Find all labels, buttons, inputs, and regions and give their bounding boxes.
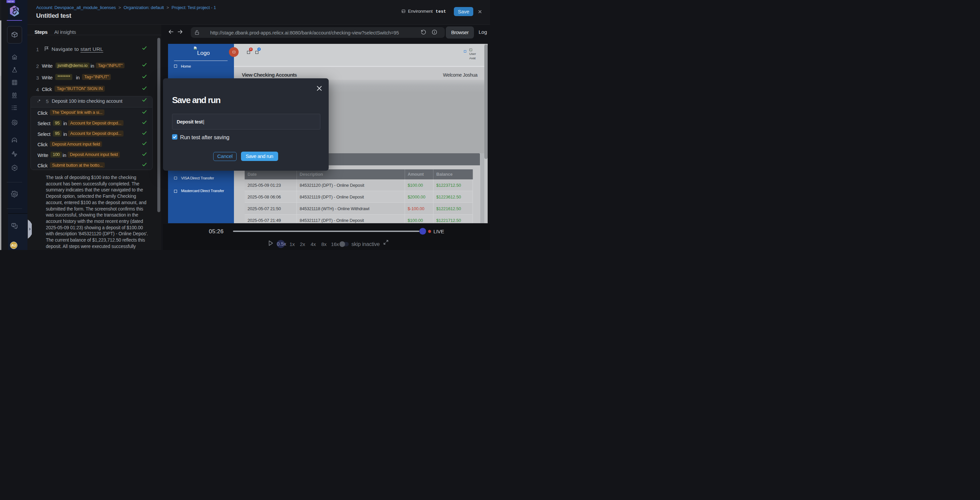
svg-text:?: ? — [13, 223, 14, 226]
